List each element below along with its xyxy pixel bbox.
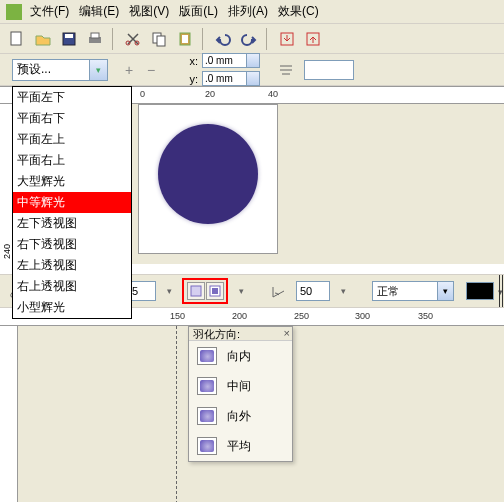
preset-dropdown-list: 平面左下 平面右下 平面左上 平面右上 大型辉光 中等辉光 左下透视图 右下透视… <box>12 86 132 319</box>
preset-add-button[interactable]: + <box>120 61 138 79</box>
ruler-tick: 0 <box>140 89 145 99</box>
scroll-track <box>502 275 503 307</box>
x-field[interactable]: .0 mm <box>202 53 260 68</box>
menu-layout[interactable]: 版面(L) <box>179 3 218 20</box>
feather-item-average[interactable]: 平均 <box>189 431 292 461</box>
ruler-tick: 200 <box>232 311 247 321</box>
color-swatch[interactable]: ▾ <box>466 282 494 300</box>
feather-direction-group <box>182 278 228 304</box>
ruler-tick: 300 <box>355 311 370 321</box>
menu-effects[interactable]: 效果(C) <box>278 3 319 20</box>
preset-option-selected[interactable]: 中等辉光 <box>13 192 131 213</box>
preset-option[interactable]: 平面右下 <box>13 108 131 129</box>
feather-item-inside[interactable]: 向内 <box>189 341 292 371</box>
ruler-tick: 150 <box>170 311 185 321</box>
angle-field[interactable]: 50 <box>296 281 330 301</box>
paste-button[interactable] <box>174 28 196 50</box>
menu-file[interactable]: 文件(F) <box>30 3 69 20</box>
feather-icon-middle <box>197 377 217 395</box>
feather-direction-flyout: 羽化方向: × 向内 中间 向外 平均 <box>188 326 293 462</box>
menu-edit[interactable]: 编辑(E) <box>79 3 119 20</box>
feather-dir-button-b[interactable] <box>206 282 224 300</box>
chevron-down-icon[interactable]: ▾ <box>336 284 350 298</box>
feather-icon-inside <box>197 347 217 365</box>
new-button[interactable] <box>6 28 28 50</box>
preset-option[interactable]: 右上透视图 <box>13 276 131 297</box>
open-button[interactable] <box>32 28 54 50</box>
undo-button[interactable] <box>212 28 234 50</box>
preset-combo-label: 预设... <box>17 61 51 78</box>
y-label: y: <box>186 73 200 85</box>
workspace[interactable]: 羽化方向: × 向内 中间 向外 平均 <box>18 326 504 502</box>
export-button[interactable] <box>302 28 324 50</box>
app-icon <box>6 4 22 20</box>
preset-option[interactable]: 小型辉光 <box>13 297 131 318</box>
ruler-tick: 240 <box>2 244 12 259</box>
feather-icon-average <box>197 437 217 455</box>
feather-dir-button-a[interactable] <box>187 282 205 300</box>
ruler-vertical[interactable] <box>0 326 18 502</box>
position-group: x: .0 mm y: .0 mm <box>186 53 260 87</box>
chevron-down-icon[interactable]: ▾ <box>234 284 248 298</box>
angle-icon <box>268 280 290 302</box>
svg-rect-8 <box>157 36 165 46</box>
redo-button[interactable] <box>238 28 260 50</box>
ruler-tick: 40 <box>268 89 278 99</box>
save-button[interactable] <box>58 28 80 50</box>
svg-rect-13 <box>191 286 201 296</box>
import-button[interactable] <box>276 28 298 50</box>
feather-item-outside[interactable]: 向外 <box>189 401 292 431</box>
menu-view[interactable]: 视图(V) <box>129 3 169 20</box>
menu-bar: 文件(F) 编辑(E) 视图(V) 版面(L) 排列(A) 效果(C) <box>0 0 504 24</box>
guideline-vertical[interactable] <box>176 326 177 502</box>
y-field[interactable]: .0 mm <box>202 71 260 86</box>
feather-icon-outside <box>197 407 217 425</box>
feather-item-middle[interactable]: 中间 <box>189 371 292 401</box>
preset-remove-button[interactable]: − <box>142 61 160 79</box>
svg-rect-0 <box>11 32 21 45</box>
width-field[interactable] <box>304 60 354 80</box>
svg-rect-4 <box>91 33 99 38</box>
chevron-down-icon[interactable]: ▾ <box>162 284 176 298</box>
preset-option[interactable]: 右下透视图 <box>13 234 131 255</box>
scroll-track <box>499 275 500 307</box>
property-bar: 预设... ▾ + − x: .0 mm y: .0 mm <box>0 54 504 86</box>
preset-option[interactable]: 左上透视图 <box>13 255 131 276</box>
size-icon <box>278 62 294 78</box>
cut-button[interactable] <box>122 28 144 50</box>
x-label: x: <box>186 55 200 67</box>
standard-toolbar <box>0 24 504 54</box>
chevron-down-icon[interactable]: ▾ <box>437 282 453 300</box>
preset-option[interactable]: 平面右上 <box>13 150 131 171</box>
ruler-tick: 350 <box>418 311 433 321</box>
blend-mode-combo[interactable]: 正常 ▾ <box>372 281 454 301</box>
ruler-tick: 250 <box>294 311 309 321</box>
flyout-titlebar[interactable]: 羽化方向: × <box>189 327 292 341</box>
preset-option[interactable]: 平面左下 <box>13 87 131 108</box>
shape-ellipse[interactable] <box>158 124 258 224</box>
svg-rect-15 <box>212 288 218 294</box>
svg-rect-2 <box>65 34 73 38</box>
canvas-area: 羽化方向: × 向内 中间 向外 平均 <box>0 326 504 502</box>
preset-option[interactable]: 平面左上 <box>13 129 131 150</box>
separator <box>112 28 116 50</box>
copy-button[interactable] <box>148 28 170 50</box>
close-icon[interactable]: × <box>284 327 290 339</box>
svg-rect-10 <box>182 35 188 43</box>
preset-combo[interactable]: 预设... ▾ <box>12 59 108 81</box>
separator <box>202 28 206 50</box>
chevron-down-icon[interactable]: ▾ <box>89 60 107 80</box>
print-button[interactable] <box>84 28 106 50</box>
feather-title-label: 羽化方向: <box>189 328 240 340</box>
separator <box>266 28 270 50</box>
ruler-tick: 20 <box>205 89 215 99</box>
preset-option[interactable]: 左下透视图 <box>13 213 131 234</box>
preset-option[interactable]: 大型辉光 <box>13 171 131 192</box>
menu-arrange[interactable]: 排列(A) <box>228 3 268 20</box>
